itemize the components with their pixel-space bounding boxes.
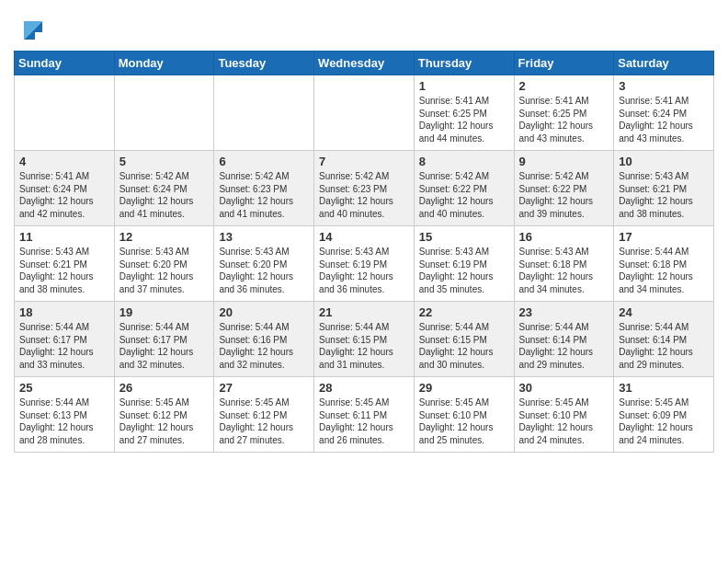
day-number: 2 [519, 79, 609, 93]
day-cell: 1Sunrise: 5:41 AM Sunset: 6:25 PM Daylig… [414, 75, 514, 151]
day-info: Sunrise: 5:43 AM Sunset: 6:21 PM Dayligh… [619, 170, 709, 220]
day-info: Sunrise: 5:44 AM Sunset: 6:17 PM Dayligh… [19, 321, 109, 371]
weekday-header-tuesday: Tuesday [214, 52, 314, 75]
calendar: SundayMondayTuesdayWednesdayThursdayFrid… [14, 51, 714, 453]
day-cell: 14Sunrise: 5:43 AM Sunset: 6:19 PM Dayli… [314, 226, 415, 302]
day-cell: 29Sunrise: 5:45 AM Sunset: 6:10 PM Dayli… [414, 377, 514, 453]
day-number: 7 [319, 155, 409, 168]
day-cell [314, 75, 415, 151]
day-info: Sunrise: 5:43 AM Sunset: 6:20 PM Dayligh… [119, 246, 210, 295]
day-number: 8 [419, 155, 509, 168]
day-info: Sunrise: 5:44 AM Sunset: 6:15 PM Dayligh… [319, 321, 409, 371]
day-number: 28 [319, 381, 409, 395]
day-info: Sunrise: 5:44 AM Sunset: 6:14 PM Dayligh… [519, 321, 609, 371]
day-cell: 15Sunrise: 5:43 AM Sunset: 6:19 PM Dayli… [414, 226, 514, 302]
day-cell: 11Sunrise: 5:43 AM Sunset: 6:21 PM Dayli… [15, 226, 115, 302]
day-cell: 6Sunrise: 5:42 AM Sunset: 6:23 PM Daylig… [214, 151, 314, 226]
day-info: Sunrise: 5:44 AM Sunset: 6:14 PM Dayligh… [619, 321, 709, 371]
day-cell: 31Sunrise: 5:45 AM Sunset: 6:09 PM Dayli… [614, 377, 714, 453]
logo [14, 14, 46, 43]
day-number: 23 [519, 305, 609, 319]
day-cell [114, 75, 214, 151]
day-number: 22 [419, 305, 509, 319]
logo-icon [17, 14, 46, 43]
day-info: Sunrise: 5:43 AM Sunset: 6:19 PM Dayligh… [419, 246, 509, 295]
day-cell: 12Sunrise: 5:43 AM Sunset: 6:20 PM Dayli… [114, 226, 214, 302]
weekday-header-monday: Monday [114, 52, 214, 75]
week-row-3: 11Sunrise: 5:43 AM Sunset: 6:21 PM Dayli… [15, 226, 714, 302]
day-number: 13 [219, 230, 309, 244]
day-info: Sunrise: 5:41 AM Sunset: 6:24 PM Dayligh… [619, 95, 709, 144]
weekday-header-thursday: Thursday [414, 52, 514, 75]
day-info: Sunrise: 5:42 AM Sunset: 6:22 PM Dayligh… [419, 170, 509, 220]
day-cell [214, 75, 314, 151]
day-number: 12 [119, 230, 210, 244]
day-cell: 27Sunrise: 5:45 AM Sunset: 6:12 PM Dayli… [214, 377, 314, 453]
weekday-header-sunday: Sunday [15, 52, 115, 75]
day-cell: 28Sunrise: 5:45 AM Sunset: 6:11 PM Dayli… [314, 377, 415, 453]
day-cell: 24Sunrise: 5:44 AM Sunset: 6:14 PM Dayli… [614, 302, 714, 377]
day-number: 27 [219, 381, 309, 395]
day-cell: 10Sunrise: 5:43 AM Sunset: 6:21 PM Dayli… [614, 151, 714, 226]
day-number: 30 [519, 381, 609, 395]
day-info: Sunrise: 5:41 AM Sunset: 6:24 PM Dayligh… [19, 170, 109, 220]
day-info: Sunrise: 5:45 AM Sunset: 6:09 PM Dayligh… [619, 396, 709, 446]
day-number: 31 [619, 381, 709, 395]
day-number: 25 [19, 381, 109, 395]
day-cell: 16Sunrise: 5:43 AM Sunset: 6:18 PM Dayli… [514, 226, 614, 302]
day-info: Sunrise: 5:44 AM Sunset: 6:15 PM Dayligh… [419, 321, 509, 371]
page: SundayMondayTuesdayWednesdayThursdayFrid… [0, 0, 728, 462]
day-cell: 20Sunrise: 5:44 AM Sunset: 6:16 PM Dayli… [214, 302, 314, 377]
day-info: Sunrise: 5:42 AM Sunset: 6:22 PM Dayligh… [519, 170, 609, 220]
day-info: Sunrise: 5:41 AM Sunset: 6:25 PM Dayligh… [419, 95, 509, 144]
day-info: Sunrise: 5:42 AM Sunset: 6:23 PM Dayligh… [319, 170, 409, 220]
day-number: 14 [319, 230, 409, 244]
day-cell: 19Sunrise: 5:44 AM Sunset: 6:17 PM Dayli… [114, 302, 214, 377]
day-number: 16 [519, 230, 609, 244]
day-cell [15, 75, 115, 151]
day-info: Sunrise: 5:43 AM Sunset: 6:21 PM Dayligh… [19, 246, 109, 295]
day-number: 10 [619, 155, 709, 168]
day-number: 18 [19, 305, 109, 319]
week-row-2: 4Sunrise: 5:41 AM Sunset: 6:24 PM Daylig… [15, 151, 714, 226]
logo-text [14, 14, 46, 43]
day-number: 17 [619, 230, 709, 244]
week-row-1: 1Sunrise: 5:41 AM Sunset: 6:25 PM Daylig… [15, 75, 714, 151]
day-number: 9 [519, 155, 609, 168]
weekday-header-row: SundayMondayTuesdayWednesdayThursdayFrid… [15, 52, 714, 75]
day-cell: 23Sunrise: 5:44 AM Sunset: 6:14 PM Dayli… [514, 302, 614, 377]
day-info: Sunrise: 5:43 AM Sunset: 6:18 PM Dayligh… [519, 246, 609, 295]
day-info: Sunrise: 5:44 AM Sunset: 6:16 PM Dayligh… [219, 321, 309, 371]
day-info: Sunrise: 5:45 AM Sunset: 6:11 PM Dayligh… [319, 396, 409, 446]
day-info: Sunrise: 5:42 AM Sunset: 6:23 PM Dayligh… [219, 170, 309, 220]
day-number: 15 [419, 230, 509, 244]
day-info: Sunrise: 5:45 AM Sunset: 6:12 PM Dayligh… [219, 396, 309, 446]
day-cell: 30Sunrise: 5:45 AM Sunset: 6:10 PM Dayli… [514, 377, 614, 453]
weekday-header-friday: Friday [514, 52, 614, 75]
day-cell: 9Sunrise: 5:42 AM Sunset: 6:22 PM Daylig… [514, 151, 614, 226]
day-info: Sunrise: 5:44 AM Sunset: 6:13 PM Dayligh… [19, 396, 109, 446]
day-info: Sunrise: 5:45 AM Sunset: 6:10 PM Dayligh… [519, 396, 609, 446]
day-number: 4 [19, 155, 109, 168]
day-number: 20 [219, 305, 309, 319]
day-number: 6 [219, 155, 309, 168]
day-number: 5 [119, 155, 210, 168]
day-cell: 8Sunrise: 5:42 AM Sunset: 6:22 PM Daylig… [414, 151, 514, 226]
day-info: Sunrise: 5:44 AM Sunset: 6:18 PM Dayligh… [619, 246, 709, 295]
week-row-4: 18Sunrise: 5:44 AM Sunset: 6:17 PM Dayli… [15, 302, 714, 377]
header [14, 9, 714, 43]
day-cell: 22Sunrise: 5:44 AM Sunset: 6:15 PM Dayli… [414, 302, 514, 377]
day-cell: 26Sunrise: 5:45 AM Sunset: 6:12 PM Dayli… [114, 377, 214, 453]
day-cell: 3Sunrise: 5:41 AM Sunset: 6:24 PM Daylig… [614, 75, 714, 151]
day-number: 11 [19, 230, 109, 244]
day-info: Sunrise: 5:45 AM Sunset: 6:10 PM Dayligh… [419, 396, 509, 446]
day-number: 1 [419, 79, 509, 93]
day-cell: 17Sunrise: 5:44 AM Sunset: 6:18 PM Dayli… [614, 226, 714, 302]
day-info: Sunrise: 5:44 AM Sunset: 6:17 PM Dayligh… [119, 321, 210, 371]
day-number: 29 [419, 381, 509, 395]
week-row-5: 25Sunrise: 5:44 AM Sunset: 6:13 PM Dayli… [15, 377, 714, 453]
day-cell: 13Sunrise: 5:43 AM Sunset: 6:20 PM Dayli… [214, 226, 314, 302]
weekday-header-wednesday: Wednesday [314, 52, 415, 75]
day-cell: 18Sunrise: 5:44 AM Sunset: 6:17 PM Dayli… [15, 302, 115, 377]
day-number: 3 [619, 79, 709, 93]
